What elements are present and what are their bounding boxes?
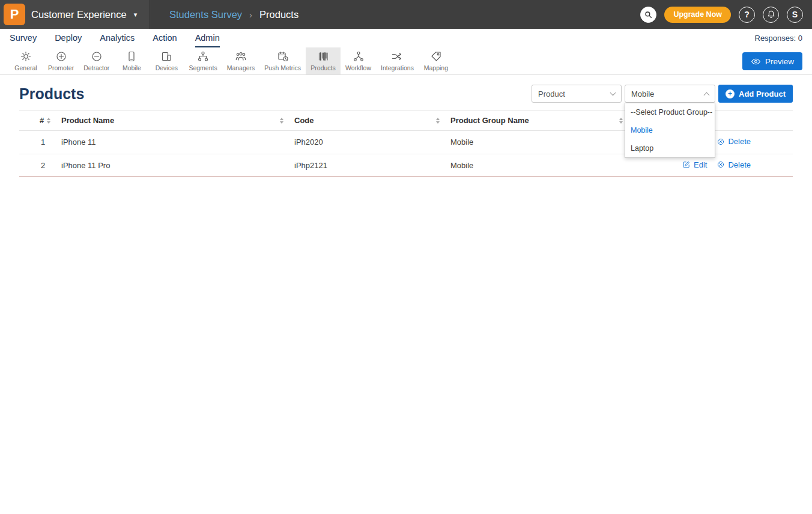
product-group-select-wrap: Mobile --Select Product Group--MobileLap…: [625, 85, 715, 103]
row-number-cell: 1: [19, 131, 61, 154]
upgrade-button[interactable]: Upgrade Now: [664, 7, 731, 23]
eye-icon: [751, 56, 761, 67]
delete-link[interactable]: Delete: [717, 137, 751, 146]
column-label: Product Group Name: [450, 116, 529, 125]
sort-icon[interactable]: [619, 118, 623, 124]
toolbar-item-push-metrics[interactable]: Push Metrics: [259, 47, 306, 74]
add-product-label: Add Product: [739, 89, 786, 98]
breadcrumb-current: Products: [259, 9, 298, 20]
breadcrumb-survey-link[interactable]: Students Survey: [169, 9, 242, 20]
search-icon: [644, 10, 653, 19]
toolbar-item-products[interactable]: Products: [306, 47, 341, 74]
responses-count: Responses: 0: [755, 29, 803, 47]
toolbar-item-detractor[interactable]: Detractor: [79, 47, 114, 74]
delete-icon: [717, 160, 725, 169]
mapping-tag-icon: [430, 50, 442, 62]
tab-admin[interactable]: Admin: [195, 29, 220, 47]
main-nav-tabs: SurveyDeployAnalyticsActionAdmin: [10, 29, 220, 47]
products-barcode-icon: [317, 50, 329, 62]
notifications-button[interactable]: [763, 7, 779, 23]
column-header-product-name: Product Name: [61, 110, 294, 131]
admin-toolbar: GeneralPromoterDetractorMobileDevicesSeg…: [0, 47, 812, 75]
devices-icon: [160, 50, 172, 62]
product-type-select-value: Product: [538, 89, 565, 98]
page-title: Products: [19, 85, 84, 103]
tab-deploy[interactable]: Deploy: [55, 29, 82, 47]
toolbar-item-general[interactable]: General: [8, 47, 43, 74]
product-group-select[interactable]: Mobile: [625, 85, 715, 103]
workflow-icon: [353, 50, 365, 62]
preview-button[interactable]: Preview: [742, 52, 802, 70]
toolbar-item-mobile[interactable]: Mobile: [114, 47, 149, 74]
toolbar-item-label: Detractor: [83, 64, 109, 71]
main-nav: SurveyDeployAnalyticsActionAdmin Respons…: [0, 29, 812, 47]
integrations-shuffle-icon: [391, 50, 403, 62]
product-group-option-laptop[interactable]: Laptop: [625, 139, 715, 157]
app-logo-letter: P: [10, 7, 19, 22]
push-metrics-calendar-icon: [277, 50, 289, 62]
toolbar-item-workflow[interactable]: Workflow: [341, 47, 376, 74]
toolbar-item-label: Segments: [189, 64, 217, 71]
edit-icon: [682, 160, 691, 169]
product-code-cell: iPhp2121: [294, 154, 450, 177]
product-group-cell: Mobile: [450, 154, 634, 177]
sort-icon[interactable]: [47, 118, 50, 124]
sort-icon[interactable]: [280, 118, 283, 124]
toolbar-item-label: Mobile: [123, 64, 141, 71]
column-header-: #: [19, 110, 61, 131]
chevron-down-icon: [610, 90, 616, 96]
plus-icon: +: [726, 89, 735, 98]
avatar[interactable]: S: [787, 7, 803, 23]
help-button[interactable]: ?: [739, 7, 755, 23]
toolbar-item-label: Push Metrics: [264, 64, 301, 71]
edit-link[interactable]: Edit: [682, 160, 707, 169]
tab-survey[interactable]: Survey: [10, 29, 37, 47]
product-group-option-mobile[interactable]: Mobile: [625, 121, 715, 139]
promoter-plus-icon: [55, 50, 67, 62]
admin-toolbar-items: GeneralPromoterDetractorMobileDevicesSeg…: [8, 47, 453, 74]
product-name-cell: iPhone 11: [61, 131, 294, 154]
toolbar-item-label: Workflow: [345, 64, 371, 71]
filters: Product Mobile --Select Product Group--M…: [532, 85, 793, 103]
app-logo: P: [4, 4, 25, 25]
toolbar-item-label: Devices: [156, 64, 178, 71]
product-group-dropdown: --Select Product Group--MobileLaptop: [625, 103, 715, 158]
segments-tree-icon: [197, 50, 209, 62]
mobile-phone-icon: [126, 50, 138, 62]
toolbar-item-label: Promoter: [48, 64, 74, 71]
toolbar-item-label: Products: [311, 64, 335, 71]
product-name-cell: iPhone 11 Pro: [61, 154, 294, 177]
preview-label: Preview: [765, 57, 794, 66]
delete-icon: [717, 138, 725, 146]
toolbar-item-devices[interactable]: Devices: [149, 47, 184, 74]
product-group-option-select-product-group[interactable]: --Select Product Group--: [625, 103, 715, 121]
toolbar-item-mapping[interactable]: Mapping: [419, 47, 453, 74]
workspace-name: Customer Experience: [31, 9, 127, 20]
workspace-switcher[interactable]: P Customer Experience ▾: [0, 0, 150, 29]
gear-icon: [20, 50, 32, 62]
search-button[interactable]: [640, 7, 656, 23]
tab-action[interactable]: Action: [153, 29, 177, 47]
toolbar-item-promoter[interactable]: Promoter: [43, 47, 79, 74]
bell-icon: [766, 10, 776, 19]
managers-people-icon: [235, 50, 247, 62]
toolbar-item-label: Integrations: [381, 64, 414, 71]
sort-icon[interactable]: [436, 118, 440, 124]
product-type-select[interactable]: Product: [532, 85, 622, 103]
header-actions: Upgrade Now ? S: [640, 7, 812, 23]
toolbar-item-integrations[interactable]: Integrations: [376, 47, 419, 74]
toolbar-item-managers[interactable]: Managers: [222, 47, 260, 74]
add-product-button[interactable]: + Add Product: [718, 85, 793, 103]
page-header: Products Product Mobile --Select Product…: [19, 75, 793, 110]
tab-analytics[interactable]: Analytics: [100, 29, 135, 47]
column-label: #: [40, 116, 44, 125]
delete-link[interactable]: Delete: [717, 160, 751, 169]
product-code-cell: iPh2020: [294, 131, 450, 154]
content: Products Product Mobile --Select Product…: [0, 75, 812, 177]
row-number-cell: 2: [19, 154, 61, 177]
toolbar-item-segments[interactable]: Segments: [184, 47, 222, 74]
toolbar-item-label: General: [14, 64, 37, 71]
toolbar-item-label: Managers: [227, 64, 255, 71]
product-group-cell: Mobile: [450, 131, 634, 154]
column-header-product-group-name: Product Group Name: [450, 110, 634, 131]
